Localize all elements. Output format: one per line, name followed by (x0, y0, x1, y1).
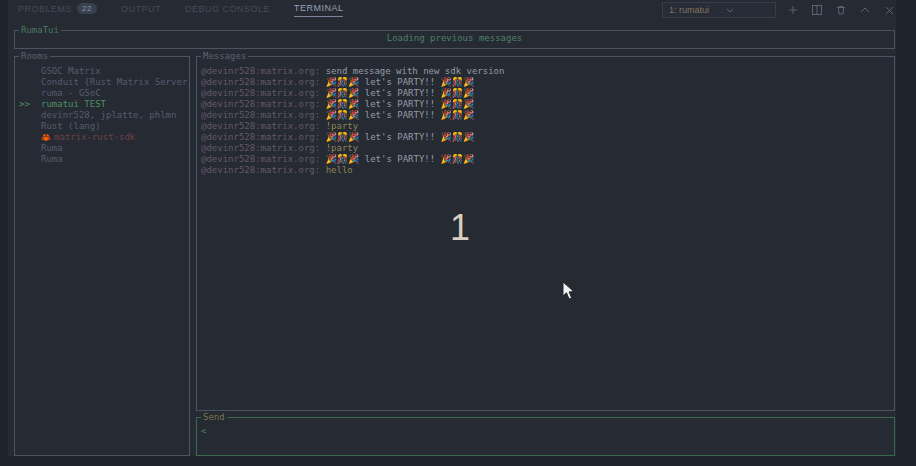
message-row: @devinr528:matrix.org: hello (201, 165, 892, 176)
tab-problems-label: PROBLEMS (18, 4, 72, 14)
tab-problems[interactable]: PROBLEMS 22 (18, 3, 97, 17)
tab-terminal[interactable]: TERMINAL (294, 3, 344, 17)
room-list: GSOC MatrixConduit {Rust Matrix Server}r… (15, 66, 189, 165)
rumatui-header-box: RumaTui Loading previous messages (14, 30, 895, 49)
message-body: 🎉🎊🎉 let's PARTY!! 🎉🎊🎉 (326, 132, 475, 142)
tab-debug-console[interactable]: DEBUG CONSOLE (185, 4, 270, 17)
loading-status: Loading previous messages (15, 33, 894, 43)
room-label: rumatui TEST (41, 99, 106, 109)
room-list-item[interactable]: 🦀matrix-rust-sdk (15, 132, 189, 143)
message-sender: @devinr528:matrix.org: (201, 143, 326, 153)
message-row: @devinr528:matrix.org: send message with… (201, 66, 892, 77)
message-row: @devinr528:matrix.org: 🎉🎊🎉 let's PARTY!!… (201, 154, 892, 165)
room-label: devinr528, jplatte, phlmn (41, 110, 176, 120)
room-list-item[interactable]: Rust (lang) (15, 121, 189, 132)
message-row: @devinr528:matrix.org: 🎉🎊🎉 let's PARTY!!… (201, 132, 892, 143)
rooms-title: Rooms (19, 51, 50, 62)
messages-title: Messages (201, 51, 248, 62)
close-panel-icon[interactable] (882, 3, 896, 17)
message-list: @devinr528:matrix.org: send message with… (201, 66, 892, 176)
message-body: 🎉🎊🎉 let's PARTY!! 🎉🎊🎉 (326, 154, 475, 164)
tab-terminal-label: TERMINAL (294, 3, 344, 13)
message-sender: @devinr528:matrix.org: (201, 88, 326, 98)
terminal-picker-value: 1: rumatui (669, 5, 709, 15)
room-list-item[interactable]: >>rumatui TEST (15, 99, 189, 110)
rooms-panel: Rooms GSOC MatrixConduit {Rust Matrix Se… (14, 56, 190, 456)
message-body: 🎉🎊🎉 let's PARTY!! 🎉🎊🎉 (326, 99, 475, 109)
message-row: @devinr528:matrix.org: 🎉🎊🎉 let's PARTY!!… (201, 110, 892, 121)
chevron-down-icon (723, 3, 737, 17)
send-input-prompt[interactable]: < (201, 426, 206, 436)
tab-output[interactable]: OUTPUT (121, 4, 161, 17)
add-terminal-icon[interactable] (786, 3, 800, 17)
room-label: Rust (lang) (41, 121, 101, 131)
crab-icon: 🦀 (41, 133, 51, 142)
screen: { "panel_tabs": { "problems": "PROBLEMS"… (0, 0, 916, 466)
send-title: Send (201, 412, 227, 423)
room-list-item[interactable]: Ruma (15, 154, 189, 165)
messages-panel: Messages @devinr528:matrix.org: send mes… (196, 56, 895, 411)
message-row: @devinr528:matrix.org: 🎉🎊🎉 let's PARTY!!… (201, 77, 892, 88)
message-row: @devinr528:matrix.org: !party (201, 143, 892, 154)
room-list-item[interactable]: Conduit {Rust Matrix Server} (15, 77, 189, 88)
room-label: Ruma (41, 154, 63, 164)
message-row: @devinr528:matrix.org: !party (201, 121, 892, 132)
message-sender: @devinr528:matrix.org: (201, 99, 326, 109)
tab-debug-console-label: DEBUG CONSOLE (185, 4, 270, 14)
room-label: Ruma (41, 143, 63, 153)
message-sender: @devinr528:matrix.org: (201, 154, 326, 164)
message-body: !party (326, 121, 359, 131)
message-body: !party (326, 143, 359, 153)
room-label: Conduit {Rust Matrix Server} (41, 77, 189, 87)
room-list-item[interactable]: Ruma (15, 143, 189, 154)
message-sender: @devinr528:matrix.org: (201, 121, 326, 131)
tab-output-label: OUTPUT (121, 4, 161, 14)
panel-tab-bar: PROBLEMS 22 OUTPUT DEBUG CONSOLE TERMINA… (18, 3, 343, 17)
message-sender: @devinr528:matrix.org: (201, 165, 326, 175)
keystroke-overlay: 1 (440, 207, 480, 249)
split-terminal-icon[interactable] (810, 3, 824, 17)
message-sender: @devinr528:matrix.org: (201, 132, 326, 142)
message-body: 🎉🎊🎉 let's PARTY!! 🎉🎊🎉 (326, 110, 475, 120)
terminal-controls: 1: rumatui (662, 2, 896, 18)
room-list-item[interactable]: GSOC Matrix (15, 66, 189, 77)
message-sender: @devinr528:matrix.org: (201, 110, 326, 120)
send-panel[interactable]: Send < (196, 417, 895, 456)
message-body: 🎉🎊🎉 let's PARTY!! 🎉🎊🎉 (326, 88, 475, 98)
message-body: 🎉🎊🎉 let's PARTY!! 🎉🎊🎉 (326, 77, 475, 87)
room-list-item[interactable]: ruma - GSoC (15, 88, 189, 99)
problems-count-badge: 22 (77, 3, 97, 14)
message-row: @devinr528:matrix.org: 🎉🎊🎉 let's PARTY!!… (201, 88, 892, 99)
message-row: @devinr528:matrix.org: 🎉🎊🎉 let's PARTY!!… (201, 99, 892, 110)
room-label: matrix-rust-sdk (54, 132, 135, 142)
mouse-cursor (562, 281, 576, 305)
message-sender: @devinr528:matrix.org: (201, 66, 326, 76)
message-sender: @devinr528:matrix.org: (201, 77, 326, 87)
message-body: send message with new sdk version (326, 66, 505, 76)
message-body: hello (326, 165, 353, 175)
maximize-panel-icon[interactable] (858, 3, 872, 17)
room-label: ruma - GSoC (41, 88, 101, 98)
kill-terminal-trash-icon[interactable] (834, 3, 848, 17)
room-list-item[interactable]: devinr528, jplatte, phlmn (15, 110, 189, 121)
selected-room-marker: >> (15, 99, 41, 110)
terminal-picker-dropdown[interactable]: 1: rumatui (662, 2, 776, 18)
room-label: GSOC Matrix (41, 66, 101, 76)
